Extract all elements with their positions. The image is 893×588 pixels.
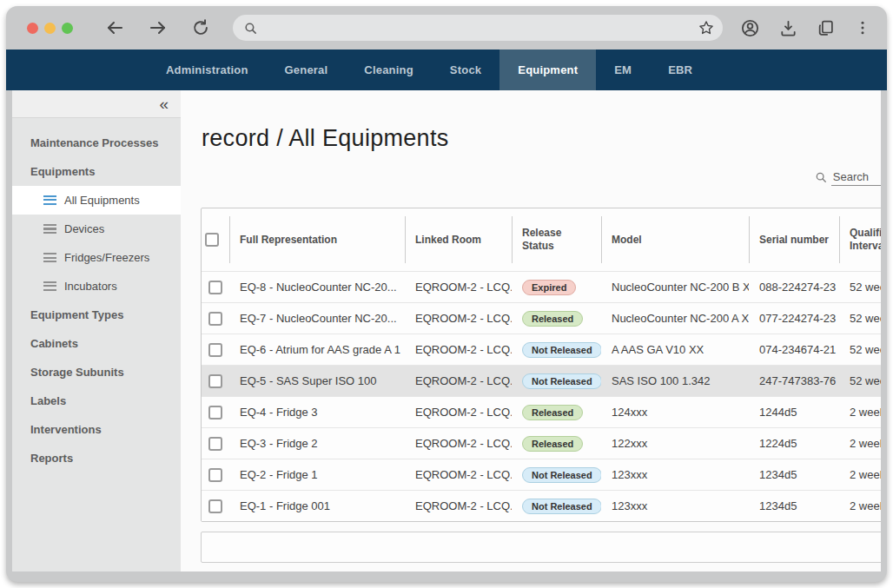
select-all-checkbox[interactable] [205, 233, 219, 247]
row-checkbox[interactable] [208, 468, 222, 482]
app-navbar: Administration General Cleaning Stock Eq… [6, 50, 887, 90]
sidebar-item-storage-subunits[interactable]: Storage Subunits [12, 358, 181, 386]
serial-cell: 1244d5 [749, 406, 839, 419]
minimize-window-button[interactable] [44, 23, 56, 34]
zoom-window-button[interactable] [62, 23, 73, 34]
equipment-link[interactable]: EQ-5 - SAS Super ISO 100 [240, 374, 377, 387]
table-footer [201, 532, 881, 563]
model-cell: A AAS GA V10 XX [601, 343, 749, 356]
column-header-model[interactable]: Model [601, 208, 749, 271]
room-link[interactable]: EQROOM-2 - LCQ.. [415, 281, 512, 294]
sidebar-header: « [12, 90, 181, 118]
serial-cell: 074-234674-21 [749, 343, 839, 356]
status-badge: Not Released [522, 499, 601, 514]
model-cell: 123xxx [601, 499, 749, 512]
tab-administration[interactable]: Administration [148, 50, 267, 90]
column-header-serial-number[interactable]: Serial number [749, 208, 839, 271]
table-row[interactable]: EQ-1 - Fridge 001 EQROOM-2 - LCQ.. Not R… [202, 490, 881, 521]
row-checkbox[interactable] [208, 437, 222, 451]
address-bar[interactable] [233, 15, 723, 41]
equipment-table: Full Representation Linked Room Release … [201, 208, 881, 522]
download-icon[interactable] [778, 18, 798, 38]
tab-equipment[interactable]: Equipment [499, 50, 596, 90]
room-link[interactable]: EQROOM-2 - LCQ.. [415, 468, 512, 481]
bookmark-star-icon[interactable] [698, 19, 715, 36]
sidebar-item-all-equipments[interactable]: All Equipments [12, 186, 181, 215]
table-header-row: Full Representation Linked Room Release … [202, 208, 881, 271]
status-badge: Expired [522, 280, 576, 295]
sidebar-item-incubators[interactable]: Incubators [12, 272, 181, 301]
column-header-linked-room[interactable]: Linked Room [405, 208, 512, 271]
tab-stock[interactable]: Stock [432, 50, 499, 90]
reload-icon[interactable] [191, 18, 210, 37]
tab-em[interactable]: EM [596, 50, 650, 90]
interval-cell: 2 weeks [839, 468, 881, 481]
list-icon [43, 253, 56, 262]
table-search[interactable]: Search [815, 170, 881, 186]
menu-dots-icon[interactable] [854, 19, 871, 36]
sidebar-item-interventions[interactable]: Interventions [12, 415, 181, 444]
room-link[interactable]: EQROOM-2 - LCQ.. [415, 437, 512, 450]
room-link[interactable]: EQROOM-2 - LCQ.. [415, 499, 512, 512]
tabs-icon[interactable] [817, 18, 836, 37]
room-link[interactable]: EQROOM-2 - LCQ.. [415, 312, 512, 325]
sidebar-item-devices[interactable]: Devices [12, 215, 181, 243]
page-title: record / All Equipments [202, 125, 449, 152]
tab-ebr[interactable]: EBR [650, 50, 711, 90]
forward-icon[interactable] [148, 17, 169, 38]
sidebar-item-fridges-freezers[interactable]: Fridges/Freezers [12, 243, 181, 272]
table-row[interactable]: EQ-8 - NucleoCounter NC-20... EQROOM-2 -… [202, 271, 881, 302]
row-checkbox[interactable] [208, 281, 222, 294]
equipment-link[interactable]: EQ-4 - Fridge 3 [240, 406, 318, 419]
sidebar: « Maintenance Processes Equipments All E… [12, 90, 181, 571]
sidebar-item-maintenance-processes[interactable]: Maintenance Processes [12, 129, 181, 157]
table-row[interactable]: EQ-4 - Fridge 3 EQROOM-2 - LCQ.. Release… [202, 396, 881, 427]
row-checkbox[interactable] [208, 406, 222, 420]
equipment-link[interactable]: EQ-2 - Fridge 1 [240, 468, 318, 481]
column-header-qualification-interval[interactable]: Qualification Interval [839, 208, 881, 271]
serial-cell: 247-747383-76 [749, 374, 839, 387]
close-window-button[interactable] [27, 23, 38, 34]
equipment-link[interactable]: EQ-1 - Fridge 001 [240, 499, 330, 512]
select-all-checkbox-cell [202, 208, 229, 271]
equipment-link[interactable]: EQ-6 - Atrium for AAS grade A 1 [240, 343, 400, 356]
profile-icon[interactable] [740, 18, 760, 38]
row-checkbox[interactable] [208, 343, 222, 357]
row-checkbox[interactable] [208, 374, 222, 388]
sidebar-item-reports[interactable]: Reports [12, 444, 181, 472]
column-header-release-status[interactable]: Release Status [512, 208, 601, 271]
sidebar-menu: Maintenance Processes Equipments All Equ… [12, 118, 181, 472]
room-link[interactable]: EQROOM-2 - LCQ.. [415, 406, 512, 419]
sidebar-item-cabinets[interactable]: Cabinets [12, 329, 181, 358]
table-row[interactable]: EQ-3 - Fridge 2 EQROOM-2 - LCQ.. Release… [202, 427, 881, 459]
table-row[interactable]: EQ-6 - Atrium for AAS grade A 1 EQROOM-2… [202, 334, 881, 365]
tab-cleaning[interactable]: Cleaning [346, 50, 432, 90]
equipment-link[interactable]: EQ-3 - Fridge 2 [240, 437, 318, 450]
sidebar-item-labels[interactable]: Labels [12, 386, 181, 415]
room-link[interactable]: EQROOM-2 - LCQ.. [415, 374, 512, 387]
row-checkbox[interactable] [208, 312, 222, 326]
collapse-sidebar-icon[interactable]: « [159, 96, 169, 112]
equipment-link[interactable]: EQ-8 - NucleoCounter NC-20... [240, 281, 397, 294]
model-cell: NucleoCounter NC-200 B XX [601, 281, 749, 294]
back-icon[interactable] [104, 17, 125, 38]
search-icon [243, 21, 258, 36]
serial-cell: 088-224274-23 [749, 281, 839, 294]
column-header-full-representation[interactable]: Full Representation [229, 208, 405, 271]
browser-window: Administration General Cleaning Stock Eq… [6, 6, 887, 582]
sidebar-item-equipment-types[interactable]: Equipment Types [12, 301, 181, 329]
tab-general[interactable]: General [267, 50, 347, 90]
table-row[interactable]: EQ-2 - Fridge 1 EQROOM-2 - LCQ.. Not Rel… [202, 459, 881, 490]
table-row[interactable]: EQ-7 - NucleoCounter NC-20... EQROOM-2 -… [202, 302, 881, 334]
interval-cell: 2 weeks [839, 406, 881, 419]
search-input[interactable]: Search [831, 170, 881, 186]
room-link[interactable]: EQROOM-2 - LCQ.. [415, 343, 512, 356]
status-badge: Released [522, 311, 583, 327]
equipment-link[interactable]: EQ-7 - NucleoCounter NC-20... [240, 312, 397, 325]
interval-cell: 52 weeks [839, 312, 881, 325]
main-content: record / All Equipments Search Full Repr… [181, 90, 881, 571]
sidebar-item-equipments[interactable]: Equipments [12, 157, 181, 186]
row-checkbox[interactable] [208, 499, 222, 513]
table-row[interactable]: EQ-5 - SAS Super ISO 100 EQROOM-2 - LCQ.… [202, 365, 881, 396]
browser-chrome [6, 6, 887, 50]
